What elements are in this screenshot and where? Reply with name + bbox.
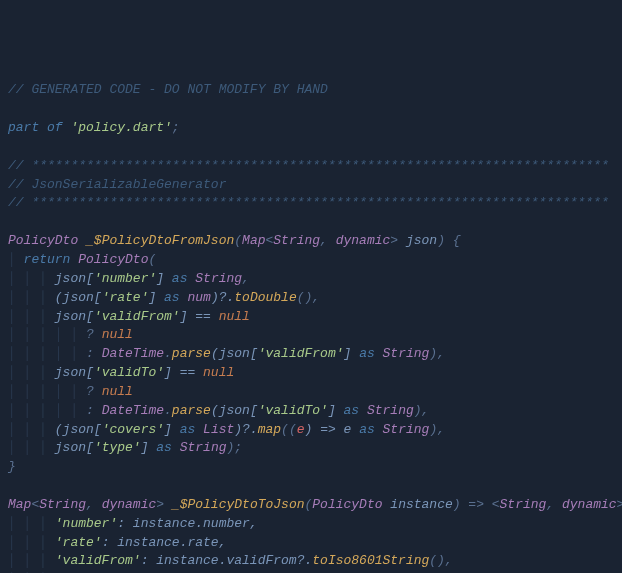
code-line: // JsonSerializableGenerator xyxy=(8,177,226,192)
code-line: │ │ │ │ │ : DateTime.parse(json['validTo… xyxy=(8,403,429,418)
code-line: PolicyDto _$PolicyDtoFromJson(Map<String… xyxy=(8,233,461,248)
code-line: │ │ │ 'validFrom': instance.validFrom?.t… xyxy=(8,553,453,568)
code-line: │ return PolicyDto( xyxy=(8,252,156,267)
code-line: │ │ │ │ │ : DateTime.parse(json['validFr… xyxy=(8,346,445,361)
code-line: │ │ │ 'rate': instance.rate, xyxy=(8,535,226,550)
code-editor[interactable]: // GENERATED CODE - DO NOT MODIFY BY HAN… xyxy=(8,81,614,573)
code-line: // GENERATED CODE - DO NOT MODIFY BY HAN… xyxy=(8,82,328,97)
code-line: │ │ │ json['type'] as String); xyxy=(8,440,242,455)
code-line: // *************************************… xyxy=(8,195,609,210)
code-line: Map<String, dynamic> _$PolicyDtoToJson(P… xyxy=(8,497,622,512)
code-line: │ │ │ json['number'] as String, xyxy=(8,271,250,286)
code-line: │ │ │ json['validTo'] == null xyxy=(8,365,234,380)
code-line: │ │ │ (json['covers'] as List)?.map((e) … xyxy=(8,422,445,437)
code-line: │ │ │ json['validFrom'] == null xyxy=(8,309,250,324)
code-line: │ │ │ (json['rate'] as num)?.toDouble(), xyxy=(8,290,320,305)
code-line: part of 'policy.dart'; xyxy=(8,120,180,135)
code-line: │ │ │ 'number': instance.number, xyxy=(8,516,258,531)
code-line: } xyxy=(8,459,16,474)
code-line: // *************************************… xyxy=(8,158,609,173)
code-line: │ │ │ │ │ ? null xyxy=(8,384,133,399)
code-line: │ │ │ │ │ ? null xyxy=(8,327,133,342)
